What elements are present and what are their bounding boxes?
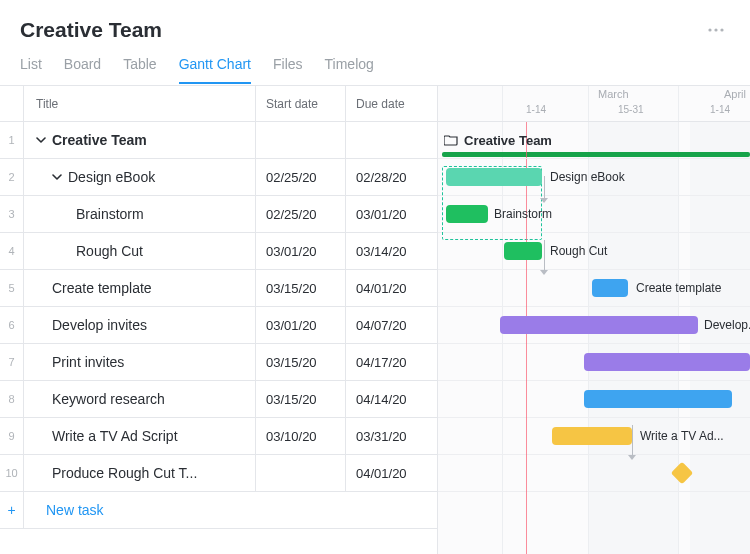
row-title[interactable]: Create template xyxy=(24,270,256,306)
table-row[interactable]: 8Keyword research03/15/2004/14/20 xyxy=(0,381,437,418)
gantt-bar-label: Rough Cut xyxy=(550,242,607,260)
range-label: 1-14 xyxy=(526,104,546,115)
row-start-date[interactable] xyxy=(256,455,346,491)
row-number: 8 xyxy=(0,381,24,417)
svg-point-0 xyxy=(708,28,711,31)
row-title-text: Develop invites xyxy=(52,317,147,333)
row-title[interactable]: Print invites xyxy=(24,344,256,380)
row-title-text: Rough Cut xyxy=(76,243,143,259)
row-number: 2 xyxy=(0,159,24,195)
row-due-date[interactable]: 04/17/20 xyxy=(346,344,436,380)
row-number: 10 xyxy=(0,455,24,491)
gantt-bar-label: Brainstorm xyxy=(494,205,552,223)
row-due-date[interactable]: 04/07/20 xyxy=(346,307,436,343)
table-header: Title Start date Due date xyxy=(0,86,437,122)
gantt-bar-keyword-research[interactable] xyxy=(584,390,732,408)
today-line xyxy=(526,122,527,554)
row-start-date[interactable]: 02/25/20 xyxy=(256,159,346,195)
new-task-label: New task xyxy=(24,502,104,518)
row-number: 6 xyxy=(0,307,24,343)
tab-board[interactable]: Board xyxy=(64,56,101,84)
more-button[interactable] xyxy=(702,16,730,44)
row-title[interactable]: Brainstorm xyxy=(24,196,256,232)
row-title[interactable]: Rough Cut xyxy=(24,233,256,269)
gantt-bar-develop-invites[interactable] xyxy=(500,316,698,334)
row-due-date[interactable]: 04/01/20 xyxy=(346,455,436,491)
row-due-date[interactable]: 04/14/20 xyxy=(346,381,436,417)
tab-gantt[interactable]: Gantt Chart xyxy=(179,56,251,84)
row-title-text: Print invites xyxy=(52,354,124,370)
tab-files[interactable]: Files xyxy=(273,56,303,84)
row-number: 9 xyxy=(0,418,24,454)
gantt-bar-create-template[interactable] xyxy=(592,279,628,297)
row-start-date[interactable]: 03/01/20 xyxy=(256,233,346,269)
gantt-group-name: Creative Team xyxy=(464,133,552,148)
row-number: 3 xyxy=(0,196,24,232)
row-start-date[interactable] xyxy=(256,122,346,158)
folder-icon xyxy=(444,134,458,146)
table-row[interactable]: 10Produce Rough Cut T...04/01/20 xyxy=(0,455,437,492)
row-number: 1 xyxy=(0,122,24,158)
tab-timelog[interactable]: Timelog xyxy=(325,56,374,84)
row-due-date[interactable] xyxy=(346,122,436,158)
col-title-header[interactable]: Title xyxy=(24,86,256,121)
gantt-bar-rough-cut[interactable] xyxy=(504,242,542,260)
row-number: 5 xyxy=(0,270,24,306)
table-row[interactable]: 3Brainstorm02/25/2003/01/20 xyxy=(0,196,437,233)
table-row[interactable]: 5Create template03/15/2004/01/20 xyxy=(0,270,437,307)
new-task-row[interactable]: +New task xyxy=(0,492,437,529)
month-label: April xyxy=(724,88,746,100)
row-start-date[interactable]: 03/15/20 xyxy=(256,344,346,380)
row-title[interactable]: Creative Team xyxy=(24,122,256,158)
row-title[interactable]: Write a TV Ad Script xyxy=(24,418,256,454)
table-row[interactable]: 9Write a TV Ad Script03/10/2003/31/20 xyxy=(0,418,437,455)
gantt-bar-print-invites[interactable] xyxy=(584,353,750,371)
tab-list[interactable]: List xyxy=(20,56,42,84)
gantt-bar-design-ebook[interactable] xyxy=(446,168,542,186)
gantt-bar-label: Create template xyxy=(636,279,721,297)
row-number: 4 xyxy=(0,233,24,269)
row-title[interactable]: Design eBook xyxy=(24,159,256,195)
row-due-date[interactable]: 04/01/20 xyxy=(346,270,436,306)
row-due-date[interactable]: 03/01/20 xyxy=(346,196,436,232)
row-due-date[interactable]: 03/14/20 xyxy=(346,233,436,269)
row-due-date[interactable]: 02/28/20 xyxy=(346,159,436,195)
tab-table[interactable]: Table xyxy=(123,56,156,84)
range-label: 15-31 xyxy=(618,104,644,115)
row-start-date[interactable]: 03/15/20 xyxy=(256,381,346,417)
row-due-date[interactable]: 03/31/20 xyxy=(346,418,436,454)
table-row[interactable]: 1Creative Team xyxy=(0,122,437,159)
col-due-header[interactable]: Due date xyxy=(346,86,436,121)
row-title-text: Keyword research xyxy=(52,391,165,407)
row-title-text: Write a TV Ad Script xyxy=(52,428,178,444)
gantt-bar-write-tv-ad[interactable] xyxy=(552,427,632,445)
row-title-text: Produce Rough Cut T... xyxy=(52,465,197,481)
gantt-body: Creative Team xyxy=(438,122,750,554)
row-title-text: Brainstorm xyxy=(76,206,144,222)
gantt-header: March April 1-14 15-31 1-14 xyxy=(438,86,750,122)
table-row[interactable]: 4Rough Cut03/01/2003/14/20 xyxy=(0,233,437,270)
row-title[interactable]: Keyword research xyxy=(24,381,256,417)
row-title-text: Create template xyxy=(52,280,152,296)
row-title[interactable]: Produce Rough Cut T... xyxy=(24,455,256,491)
row-title[interactable]: Develop invites xyxy=(24,307,256,343)
row-number: 7 xyxy=(0,344,24,380)
table-row[interactable]: 2Design eBook02/25/2002/28/20 xyxy=(0,159,437,196)
row-start-date[interactable]: 03/01/20 xyxy=(256,307,346,343)
table-row[interactable]: 6Develop invites03/01/2004/07/20 xyxy=(0,307,437,344)
range-label: 1-14 xyxy=(710,104,730,115)
month-label: March xyxy=(598,88,629,100)
row-start-date[interactable]: 03/10/20 xyxy=(256,418,346,454)
row-start-date[interactable]: 03/15/20 xyxy=(256,270,346,306)
gantt-panel[interactable]: March April 1-14 15-31 1-14 xyxy=(438,86,750,554)
row-start-date[interactable]: 02/25/20 xyxy=(256,196,346,232)
svg-point-1 xyxy=(714,28,717,31)
gantt-bar-label: Develop... xyxy=(704,316,750,334)
table-row[interactable]: 7Print invites03/15/2004/17/20 xyxy=(0,344,437,381)
gantt-bar-brainstorm[interactable] xyxy=(446,205,488,223)
plus-icon: + xyxy=(0,492,24,528)
page-title: Creative Team xyxy=(20,18,162,42)
col-start-header[interactable]: Start date xyxy=(256,86,346,121)
svg-point-2 xyxy=(720,28,723,31)
gantt-group-header[interactable]: Creative Team xyxy=(438,122,750,159)
